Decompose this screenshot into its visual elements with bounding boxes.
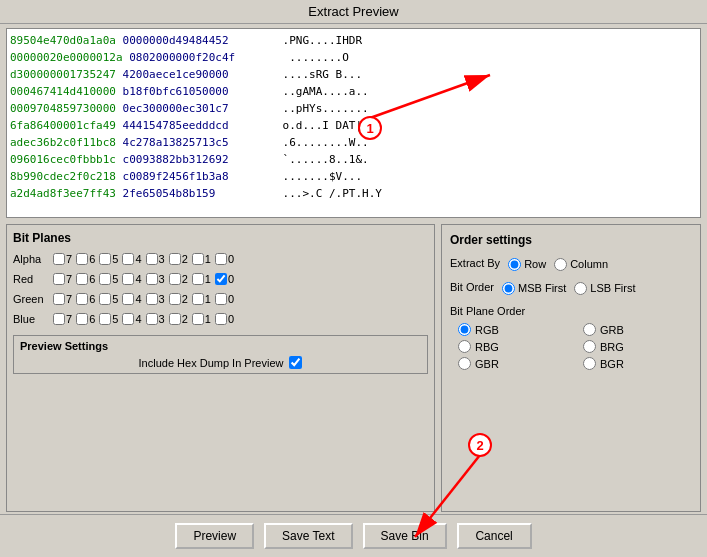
extract-by-row-option[interactable]: Row	[508, 258, 546, 271]
title-text: Extract Preview	[308, 4, 398, 19]
msb-first-option[interactable]: MSB First	[502, 282, 566, 295]
preview-row: 096016cec0fbbb1c c0093882bb312692 `.....…	[10, 151, 697, 168]
cancel-button[interactable]: Cancel	[457, 523, 532, 549]
bit-plane-order-grid: RGB GRB RBG BRG GBR BGR	[458, 323, 692, 370]
blue-bit7-checkbox[interactable]	[53, 313, 65, 325]
bit-order-row: Bit Order MSB First LSB First	[450, 281, 692, 295]
blue-bit3-checkbox[interactable]	[146, 313, 158, 325]
alpha-bit2: 2	[169, 253, 188, 265]
green-bit5: 5	[99, 293, 118, 305]
blue-bit5-checkbox[interactable]	[99, 313, 111, 325]
extract-by-column-option[interactable]: Column	[554, 258, 608, 271]
rgb-radio[interactable]	[458, 323, 471, 336]
alpha-bit4-checkbox[interactable]	[122, 253, 134, 265]
alpha-bit0-checkbox[interactable]	[215, 253, 227, 265]
red-bit4-checkbox[interactable]	[122, 273, 134, 285]
brg-option[interactable]: BRG	[583, 340, 692, 353]
green-bit0: 0	[215, 293, 234, 305]
red-bit1-checkbox[interactable]	[192, 273, 204, 285]
order-settings-panel: Order settings Extract By Row Column Bit…	[441, 224, 701, 512]
alpha-bit4: 4	[122, 253, 141, 265]
alpha-bit1-checkbox[interactable]	[192, 253, 204, 265]
bit-planes-title: Bit Planes	[13, 231, 428, 245]
red-bit7-checkbox[interactable]	[53, 273, 65, 285]
alpha-bit6: 6	[76, 253, 95, 265]
red-bit1: 1	[192, 273, 211, 285]
alpha-bit6-checkbox[interactable]	[76, 253, 88, 265]
preview-settings-box: Preview Settings Include Hex Dump In Pre…	[13, 335, 428, 374]
bgr-radio[interactable]	[583, 357, 596, 370]
blue-bit2-checkbox[interactable]	[169, 313, 181, 325]
preview-row: d300000001735247 4200aece1ce90000 ....sR…	[10, 66, 697, 83]
alpha-bit0: 0	[215, 253, 234, 265]
green-bit6-checkbox[interactable]	[76, 293, 88, 305]
blue-bit6-checkbox[interactable]	[76, 313, 88, 325]
bottom-bar: Preview Save Text Save Bin Cancel	[0, 514, 707, 557]
red-bit0-checkbox[interactable]	[215, 273, 227, 285]
preview-settings-title: Preview Settings	[20, 340, 421, 352]
green-bit1-checkbox[interactable]	[192, 293, 204, 305]
rbg-option[interactable]: RBG	[458, 340, 567, 353]
red-bit5-checkbox[interactable]	[99, 273, 111, 285]
blue-bit4: 4	[122, 313, 141, 325]
grb-radio[interactable]	[583, 323, 596, 336]
preview-row: 8b990cdec2f0c218 c0089f2456f1b3a8 ......…	[10, 168, 697, 185]
bit-planes-panel: Bit Planes Alpha 7 6 5 4 3 2 1 0 Red 7 6…	[6, 224, 435, 512]
msb-first-radio[interactable]	[502, 282, 515, 295]
green-bit4-checkbox[interactable]	[122, 293, 134, 305]
preview-row: 00000020e0000012a 0802000000f20c4f .....…	[10, 49, 697, 66]
green-bit3-checkbox[interactable]	[146, 293, 158, 305]
preview-row: 0009704859730000 0ec300000ec301c7 ..pHYs…	[10, 100, 697, 117]
save-text-button[interactable]: Save Text	[264, 523, 352, 549]
green-bit2-checkbox[interactable]	[169, 293, 181, 305]
gbr-radio[interactable]	[458, 357, 471, 370]
grb-option[interactable]: GRB	[583, 323, 692, 336]
alpha-bit7-checkbox[interactable]	[53, 253, 65, 265]
alpha-bit5: 5	[99, 253, 118, 265]
hex-dump-checkbox[interactable]	[289, 356, 302, 369]
alpha-bit3: 3	[146, 253, 165, 265]
blue-bit1-checkbox[interactable]	[192, 313, 204, 325]
brg-radio[interactable]	[583, 340, 596, 353]
red-bit5: 5	[99, 273, 118, 285]
blue-bit5: 5	[99, 313, 118, 325]
extract-by-row-radio[interactable]	[508, 258, 521, 271]
alpha-bit5-checkbox[interactable]	[99, 253, 111, 265]
red-bit6-checkbox[interactable]	[76, 273, 88, 285]
alpha-bit2-checkbox[interactable]	[169, 253, 181, 265]
green-bit5-checkbox[interactable]	[99, 293, 111, 305]
blue-bit0-checkbox[interactable]	[215, 313, 227, 325]
lsb-first-radio[interactable]	[574, 282, 587, 295]
save-bin-button[interactable]: Save Bin	[363, 523, 447, 549]
alpha-bit7: 7	[53, 253, 72, 265]
blue-bit4-checkbox[interactable]	[122, 313, 134, 325]
alpha-label: Alpha	[13, 253, 49, 265]
red-row: Red 7 6 5 4 3 2 1 0	[13, 271, 428, 287]
bgr-option[interactable]: BGR	[583, 357, 692, 370]
green-bit6: 6	[76, 293, 95, 305]
preview-row: 6fa86400001cfa49 444154785eedddcd o.d...…	[10, 117, 697, 134]
extract-by-column-radio[interactable]	[554, 258, 567, 271]
red-bit3: 3	[146, 273, 165, 285]
rbg-radio[interactable]	[458, 340, 471, 353]
preview-button[interactable]: Preview	[175, 523, 254, 549]
blue-bit2: 2	[169, 313, 188, 325]
blue-bit3: 3	[146, 313, 165, 325]
lsb-first-option[interactable]: LSB First	[574, 282, 635, 295]
red-bit2-checkbox[interactable]	[169, 273, 181, 285]
main-window: Extract Preview 89504e470d0a1a0a 0000000…	[0, 0, 707, 557]
green-bit0-checkbox[interactable]	[215, 293, 227, 305]
gbr-option[interactable]: GBR	[458, 357, 567, 370]
hex-dump-label: Include Hex Dump In Preview	[139, 357, 284, 369]
blue-label: Blue	[13, 313, 49, 325]
alpha-bit3-checkbox[interactable]	[146, 253, 158, 265]
green-bit7-checkbox[interactable]	[53, 293, 65, 305]
red-bit3-checkbox[interactable]	[146, 273, 158, 285]
bit-order-label: Bit Order	[450, 281, 494, 293]
rgb-option[interactable]: RGB	[458, 323, 567, 336]
red-bit0: 0	[215, 273, 234, 285]
blue-row: Blue 7 6 5 4 3 2 1 0	[13, 311, 428, 327]
red-bit2: 2	[169, 273, 188, 285]
preview-row: 89504e470d0a1a0a 0000000d49484452 .PNG..…	[10, 32, 697, 49]
red-bit6: 6	[76, 273, 95, 285]
